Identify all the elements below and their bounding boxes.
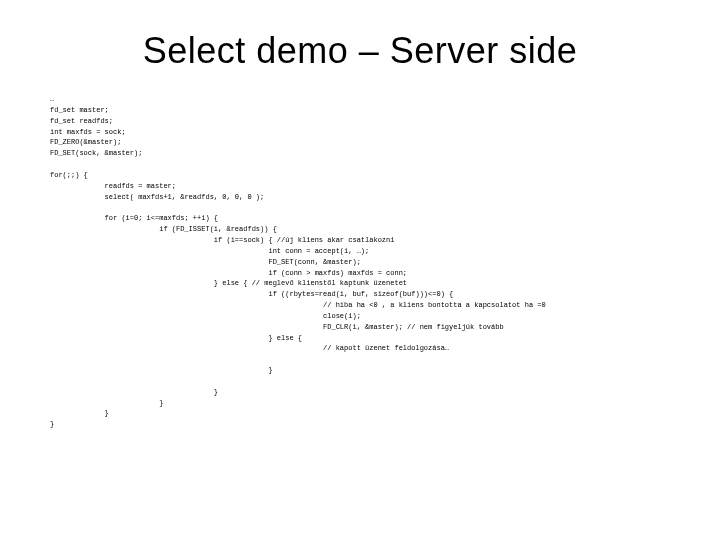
slide: Select demo – Server side … fd_set maste…: [0, 0, 720, 540]
slide-title: Select demo – Server side: [50, 30, 670, 72]
code-block: … fd_set master; fd_set readfds; int max…: [50, 94, 670, 430]
